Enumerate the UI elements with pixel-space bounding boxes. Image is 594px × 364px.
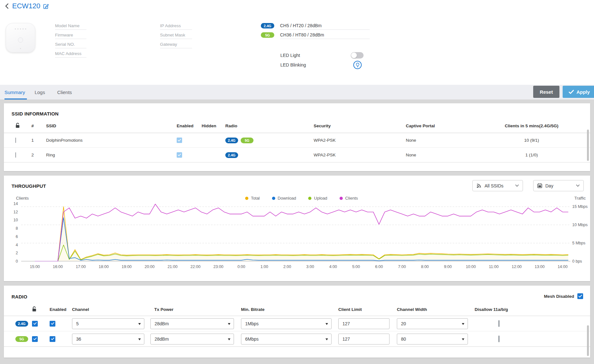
disallow-11abg-checkbox[interactable]: [498, 320, 500, 327]
lock-column-header: [15, 123, 31, 129]
led-light-row: LED Light: [280, 51, 364, 60]
ssid-table-body: 1DolphinPromotions2.4G5GWPA2-PSKNone10 (…: [4, 133, 590, 162]
left-axis-title: Clients: [16, 196, 29, 201]
legend-item-total: Total: [245, 196, 260, 201]
channel-width-select[interactable]: 80: [397, 334, 468, 344]
col-channel-width: Channel Width: [397, 307, 475, 312]
mesh-disabled-checkbox[interactable]: [577, 293, 583, 299]
chart-axis-titles: Clients TotalDownloadUploadClients Traff…: [4, 196, 590, 201]
x-label-1700: 17:00: [76, 265, 86, 269]
tx-power-select[interactable]: 28dBm: [150, 334, 234, 344]
tx-power-select[interactable]: 28dBm: [150, 318, 234, 329]
tab-actions: Reset Apply: [533, 86, 594, 98]
ssid-enabled-checkbox: [177, 138, 182, 143]
radio-scrollbar[interactable]: [587, 325, 589, 356]
channel-select[interactable]: 5: [72, 318, 144, 329]
tab-logs[interactable]: Logs: [35, 85, 53, 99]
x-label-1200: 12:00: [512, 265, 522, 269]
apply-button[interactable]: Apply: [563, 86, 594, 98]
min-bitrate-select[interactable]: 1Mbps: [241, 318, 332, 329]
ssid-clients-count: 10 (9/1): [486, 138, 577, 143]
legend-label: Upload: [314, 196, 327, 201]
edit-name-button[interactable]: [43, 3, 49, 9]
x-label-1800: 18:00: [99, 265, 108, 269]
radio-lock-checkbox[interactable]: [32, 336, 38, 342]
ssid-captive-portal: None: [406, 138, 486, 143]
rss-icon: [477, 183, 481, 188]
chevron-left-icon: [4, 3, 10, 9]
period-dropdown[interactable]: Day: [533, 180, 584, 191]
band-badge-2.4g: 2.4G: [261, 23, 274, 28]
x-label-1500: 15:00: [30, 265, 40, 269]
radio-table-body: 2.4G528dBm1Mbps205G3628dBm6Mbps80: [4, 316, 590, 347]
x-label-000: 0:00: [237, 265, 245, 269]
radio-enabled-checkbox[interactable]: [50, 321, 55, 327]
tab-summary[interactable]: Summary: [4, 85, 30, 99]
channel-select[interactable]: 36: [72, 334, 144, 344]
x-label-1300: 13:00: [534, 265, 544, 269]
min-bitrate-select[interactable]: 6Mbps: [241, 334, 332, 344]
row-select-checkbox[interactable]: [15, 138, 16, 143]
channel-width-select[interactable]: 20: [397, 318, 468, 329]
reset-button[interactable]: Reset: [533, 86, 559, 98]
client-limit-cell: [338, 318, 397, 329]
row-select-checkbox[interactable]: [15, 152, 16, 158]
ssid-clients-count: 1 (1/0): [486, 153, 577, 157]
device-header: ECW120 Model NameFirmwareSerial NO.MAC A…: [0, 0, 594, 85]
col-security: Security: [314, 123, 406, 128]
band-badge-5g: 5G: [261, 32, 274, 38]
ssid-scrollbar[interactable]: [587, 130, 589, 161]
ssid-radio-cell: 2.4G5G: [225, 138, 314, 143]
radio-row-2.4g: 2.4G528dBm1Mbps20: [4, 316, 590, 331]
toggle-knob: [351, 52, 357, 58]
back-button[interactable]: [4, 3, 10, 9]
ssid-captive-portal: None: [406, 153, 486, 157]
disallow-cell: [475, 336, 584, 342]
ssid-filter-value: All SSIDs: [485, 183, 512, 188]
legend-item-upload: Upload: [308, 196, 327, 201]
left-tick-8: 8: [5, 226, 18, 231]
legend-item-clients: Clients: [340, 196, 358, 201]
left-tick-4: 4: [5, 243, 18, 247]
radio-summary-value: CH5 / HT20 / 28dBm: [280, 23, 370, 30]
tab-clients[interactable]: Clients: [57, 85, 80, 99]
led-controls: LED Light LED Blinking: [280, 51, 364, 70]
x-label-1600: 16:00: [53, 265, 63, 269]
x-label-300: 3:00: [306, 265, 314, 269]
radio-enabled-checkbox[interactable]: [50, 336, 55, 342]
x-label-1400: 14:00: [558, 265, 567, 269]
col-hidden: Hidden: [202, 123, 225, 128]
chart-legend: TotalDownloadUploadClients: [29, 196, 574, 201]
min-bitrate-select-cell: 6Mbps: [241, 334, 338, 344]
col-disallow: Disallow 11a/b/g: [475, 307, 584, 312]
device-field-ip-address: IP Address: [160, 20, 192, 30]
right-tick-5: 5 Mbps: [572, 241, 585, 245]
left-tick-10: 10: [5, 218, 18, 222]
tx-power-select-cell: 28dBm: [150, 318, 241, 329]
client-limit-input[interactable]: [338, 318, 389, 329]
radio-badge-2.4g: 2.4G: [225, 152, 238, 158]
x-label-1100: 11:00: [489, 265, 499, 269]
led-light-toggle[interactable]: [351, 52, 364, 59]
left-tick-2: 2: [5, 251, 18, 255]
right-tick-15: 15 Mbps: [572, 204, 588, 209]
left-tick-12: 12: [5, 210, 18, 214]
chevron-down-icon: [515, 185, 519, 187]
col-client-limit: Client Limit: [338, 307, 397, 312]
min-bitrate-select-cell: 1Mbps: [241, 318, 338, 329]
col-num: #: [31, 123, 46, 128]
legend-item-download: Download: [272, 196, 296, 201]
ssid-security: WPA2-PSK: [314, 153, 406, 157]
client-limit-input[interactable]: [338, 334, 389, 344]
x-label-1000: 10:00: [466, 265, 476, 269]
radio-summary: 2.4GCH5 / HT20 / 28dBm5GCH36 / HT80 / 28…: [261, 20, 370, 39]
ssid-filter-dropdown[interactable]: All SSIDs: [472, 180, 523, 191]
throughput-card: THROUGHPUT All SSIDs Day: [4, 176, 590, 281]
radio-table-header: Enabled Channel Tx Power Min. Bitrate Cl…: [4, 303, 590, 316]
legend-dot: [308, 197, 311, 200]
led-blinking-button[interactable]: [353, 61, 362, 69]
row-select-cell: [15, 153, 31, 157]
x-label-400: 4:00: [329, 265, 337, 269]
radio-lock-checkbox[interactable]: [32, 321, 38, 327]
disallow-11abg-checkbox[interactable]: [498, 336, 500, 342]
